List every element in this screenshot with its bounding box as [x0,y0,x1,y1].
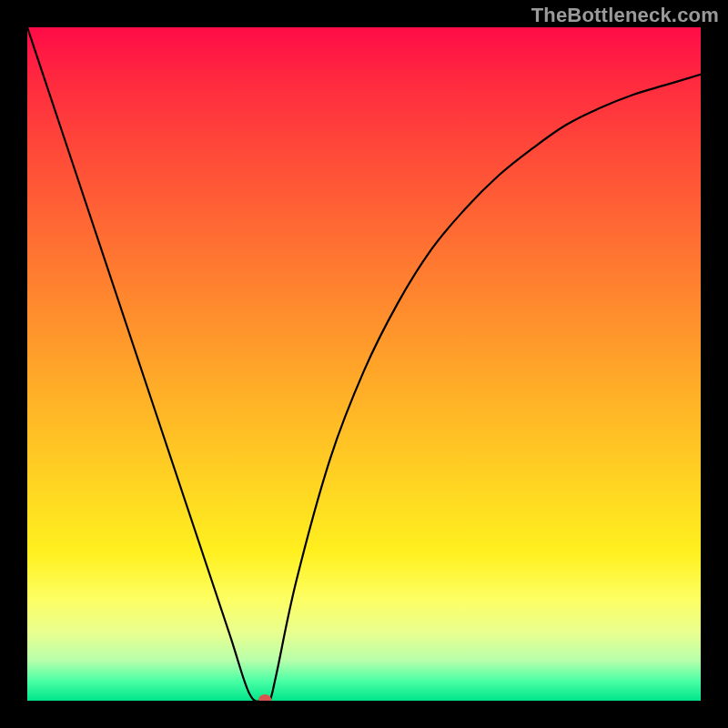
plot-area [27,27,701,701]
watermark-text: TheBottleneck.com [531,4,719,27]
chart-svg [27,27,701,701]
marker-dot [258,694,271,701]
chart-frame: TheBottleneck.com [0,0,728,728]
bottleneck-curve [27,27,701,701]
